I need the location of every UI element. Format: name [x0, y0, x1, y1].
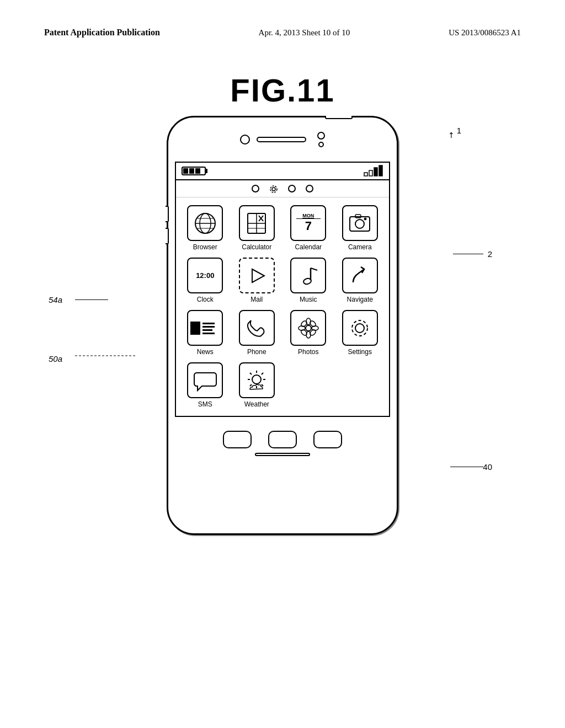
navigate-icon[interactable]	[342, 258, 378, 293]
music-icon-svg	[296, 264, 321, 288]
app-item-clock[interactable]: 12:00 Clock	[179, 254, 231, 307]
svg-point-12	[270, 186, 277, 192]
mail-label: Mail	[250, 296, 263, 303]
ref-54a-line	[75, 299, 108, 300]
ref-2-line	[453, 254, 483, 254]
phone-bottom-nav	[168, 417, 397, 469]
clock-label: Clock	[197, 296, 214, 303]
calendar-header: MON	[296, 213, 321, 219]
camera-lens	[317, 132, 325, 140]
header-patent-number: US 2013/0086523 A1	[449, 28, 521, 38]
app-grid: Browser	[176, 197, 389, 416]
camera-group	[317, 132, 325, 147]
phone-top-area	[168, 117, 397, 162]
phone-label: Phone	[247, 348, 266, 356]
svg-line-50	[262, 373, 263, 374]
svg-line-51	[250, 384, 252, 386]
app-item-phone[interactable]: Phone	[231, 307, 283, 359]
news-icon-inner	[188, 319, 222, 337]
header-publication-label: Patent Application Publication	[44, 28, 160, 38]
settings-label: Settings	[348, 348, 372, 356]
bottom-nav-btn-center[interactable]	[268, 431, 297, 448]
phone-app-icon[interactable]	[239, 310, 275, 346]
phone-screen: Browser	[175, 162, 390, 417]
app-item-camera[interactable]: Camera	[334, 202, 386, 254]
svg-point-41	[355, 324, 364, 333]
svg-rect-2	[205, 169, 207, 173]
phone-side-button-top[interactable]	[166, 206, 169, 222]
navigate-label: Navigate	[347, 296, 373, 303]
camera-sensor	[318, 142, 324, 147]
photos-icon-svg	[296, 316, 321, 340]
app-item-settings[interactable]: Settings	[334, 307, 386, 359]
app-item-sms[interactable]: SMS	[179, 359, 231, 411]
app-item-navigate[interactable]: Navigate	[334, 254, 386, 307]
dot-3	[288, 185, 296, 192]
page-indicator	[176, 180, 389, 197]
calculator-label: Calculator	[242, 243, 271, 251]
svg-point-42	[352, 320, 367, 336]
ref-1-arrow-icon: ↙	[446, 130, 456, 140]
mail-icon[interactable]	[239, 258, 275, 293]
header-date-sheet: Apr. 4, 2013 Sheet 10 of 10	[259, 28, 350, 38]
svg-marker-28	[252, 269, 264, 282]
patent-header: Patent Application Publication Apr. 4, 2…	[44, 28, 521, 38]
bottom-nav-line	[255, 453, 310, 456]
app-item-mail[interactable]: Mail	[231, 254, 283, 307]
app-item-browser[interactable]: Browser	[179, 202, 231, 254]
phone-outer-shell: Browser	[167, 116, 398, 535]
app-item-weather[interactable]: Weather	[231, 359, 283, 411]
app-item-news[interactable]: News	[179, 307, 231, 359]
browser-icon-svg	[193, 211, 217, 235]
status-bar	[176, 163, 389, 180]
phone-device: Browser	[167, 116, 398, 535]
weather-icon-svg	[244, 368, 269, 393]
music-icon[interactable]	[290, 258, 326, 293]
weather-icon[interactable]	[239, 362, 275, 398]
settings-icon[interactable]	[342, 310, 378, 346]
svg-rect-6	[364, 173, 367, 176]
calculator-icon[interactable]	[239, 205, 275, 241]
photos-icon[interactable]	[290, 310, 326, 346]
app-item-calculator[interactable]: Calculator	[231, 202, 283, 254]
ref-label-54a: 54a	[49, 295, 62, 304]
svg-rect-24	[350, 217, 370, 231]
figure-title: FIG.11	[230, 72, 334, 109]
news-icon[interactable]	[187, 310, 223, 346]
svg-point-43	[252, 375, 261, 384]
camera-app-icon[interactable]	[342, 205, 378, 241]
svg-rect-5	[195, 168, 200, 174]
bottom-nav-btn-left[interactable]	[223, 431, 252, 448]
browser-icon[interactable]	[187, 205, 223, 241]
dot-gear-icon	[269, 185, 278, 194]
calendar-icon[interactable]: MON 7	[290, 205, 326, 241]
bottom-nav-btn-right[interactable]	[313, 431, 342, 448]
svg-line-30	[311, 268, 317, 270]
camera-icon-svg	[348, 211, 372, 235]
ref-label-40: 40	[483, 462, 492, 472]
dot-1	[252, 185, 259, 192]
svg-rect-7	[369, 170, 372, 176]
phone-speaker	[257, 137, 306, 142]
phone-icon-svg	[244, 316, 269, 340]
weather-label: Weather	[244, 400, 269, 408]
svg-point-27	[364, 218, 366, 220]
dot-4	[306, 185, 313, 192]
sms-icon-svg	[193, 368, 217, 393]
mail-play-icon-svg	[244, 264, 269, 288]
clock-icon[interactable]: 12:00	[187, 258, 223, 293]
sms-icon[interactable]	[187, 362, 223, 398]
app-item-music[interactable]: Music	[282, 254, 334, 307]
calendar-label: Calendar	[295, 243, 322, 251]
app-item-calendar[interactable]: MON 7 Calendar	[282, 202, 334, 254]
svg-line-48	[250, 373, 252, 374]
svg-rect-4	[189, 168, 194, 174]
calendar-number: 7	[305, 219, 312, 233]
sms-label: SMS	[198, 400, 212, 408]
phone-side-button-bottom[interactable]	[166, 228, 169, 244]
browser-label: Browser	[193, 243, 217, 251]
photos-label: Photos	[298, 348, 318, 356]
settings-icon-svg	[348, 316, 372, 340]
music-label: Music	[300, 296, 317, 303]
app-item-photos[interactable]: Photos	[282, 307, 334, 359]
